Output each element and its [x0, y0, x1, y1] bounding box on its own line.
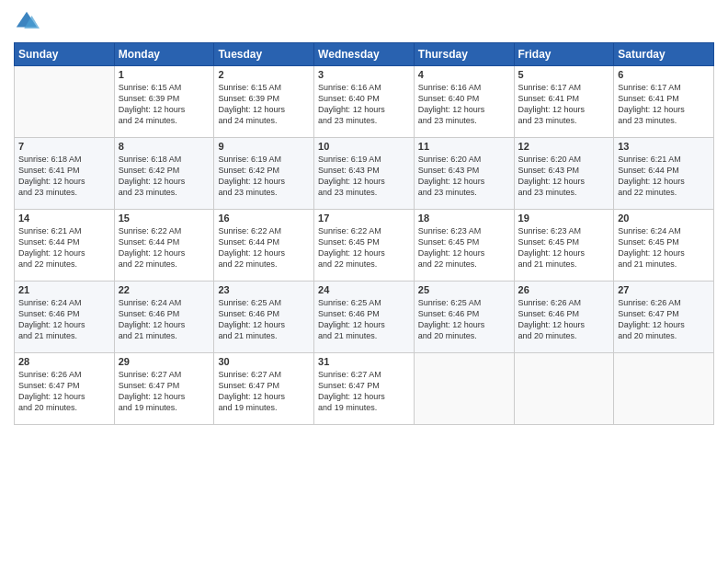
day-header-thursday: Thursday [414, 43, 514, 66]
cell-info: Sunrise: 6:17 AMSunset: 6:41 PMDaylight:… [518, 82, 610, 127]
calendar-header: SundayMondayTuesdayWednesdayThursdayFrid… [15, 43, 714, 66]
cell-info: Sunrise: 6:25 AMSunset: 6:46 PMDaylight:… [218, 297, 310, 342]
cell-info: Sunrise: 6:18 AMSunset: 6:41 PMDaylight:… [18, 154, 110, 199]
day-number: 17 [318, 213, 410, 224]
cell-info: Sunrise: 6:20 AMSunset: 6:43 PMDaylight:… [418, 154, 510, 199]
day-number: 9 [218, 141, 310, 152]
day-number: 5 [518, 69, 610, 80]
cell-info: Sunrise: 6:20 AMSunset: 6:43 PMDaylight:… [518, 154, 610, 199]
calendar-cell: 1Sunrise: 6:15 AMSunset: 6:39 PMDaylight… [114, 66, 214, 138]
day-header-saturday: Saturday [614, 43, 714, 66]
calendar-cell: 20Sunrise: 6:24 AMSunset: 6:45 PMDayligh… [614, 210, 714, 282]
calendar-cell: 29Sunrise: 6:27 AMSunset: 6:47 PMDayligh… [114, 353, 214, 425]
cell-info: Sunrise: 6:27 AMSunset: 6:47 PMDaylight:… [318, 369, 410, 414]
cell-info: Sunrise: 6:15 AMSunset: 6:39 PMDaylight:… [119, 82, 210, 127]
day-number: 27 [618, 284, 710, 295]
day-number: 21 [18, 284, 110, 295]
day-number: 12 [518, 141, 610, 152]
day-number: 19 [518, 213, 610, 224]
day-number: 25 [418, 284, 510, 295]
day-number: 4 [418, 69, 510, 80]
day-number: 10 [318, 141, 410, 152]
day-number: 3 [318, 69, 410, 80]
cell-info: Sunrise: 6:23 AMSunset: 6:45 PMDaylight:… [418, 225, 510, 270]
cell-info: Sunrise: 6:24 AMSunset: 6:45 PMDaylight:… [618, 225, 710, 270]
calendar-cell: 2Sunrise: 6:15 AMSunset: 6:39 PMDaylight… [214, 66, 314, 138]
week-row-1: 7Sunrise: 6:18 AMSunset: 6:41 PMDaylight… [15, 138, 714, 210]
day-number: 16 [218, 213, 310, 224]
calendar-cell [614, 353, 714, 425]
calendar-cell: 22Sunrise: 6:24 AMSunset: 6:46 PMDayligh… [114, 282, 214, 353]
cell-info: Sunrise: 6:24 AMSunset: 6:46 PMDaylight:… [119, 297, 210, 342]
calendar-table: SundayMondayTuesdayWednesdayThursdayFrid… [14, 42, 714, 425]
day-number: 13 [618, 141, 710, 152]
cell-info: Sunrise: 6:16 AMSunset: 6:40 PMDaylight:… [418, 82, 510, 127]
cell-info: Sunrise: 6:16 AMSunset: 6:40 PMDaylight:… [318, 82, 410, 127]
week-row-3: 21Sunrise: 6:24 AMSunset: 6:46 PMDayligh… [15, 282, 714, 353]
cell-info: Sunrise: 6:15 AMSunset: 6:39 PMDaylight:… [218, 82, 310, 127]
cell-info: Sunrise: 6:19 AMSunset: 6:42 PMDaylight:… [218, 154, 310, 199]
calendar-body: 1Sunrise: 6:15 AMSunset: 6:39 PMDaylight… [15, 66, 714, 425]
cell-info: Sunrise: 6:18 AMSunset: 6:42 PMDaylight:… [119, 154, 210, 199]
week-row-0: 1Sunrise: 6:15 AMSunset: 6:39 PMDaylight… [15, 66, 714, 138]
calendar-cell: 13Sunrise: 6:21 AMSunset: 6:44 PMDayligh… [614, 138, 714, 210]
calendar-cell: 7Sunrise: 6:18 AMSunset: 6:41 PMDaylight… [15, 138, 115, 210]
calendar-cell: 17Sunrise: 6:22 AMSunset: 6:45 PMDayligh… [314, 210, 415, 282]
cell-info: Sunrise: 6:24 AMSunset: 6:46 PMDaylight:… [18, 297, 110, 342]
calendar-cell: 28Sunrise: 6:26 AMSunset: 6:47 PMDayligh… [15, 353, 115, 425]
cell-info: Sunrise: 6:23 AMSunset: 6:45 PMDaylight:… [518, 225, 610, 270]
cell-info: Sunrise: 6:21 AMSunset: 6:44 PMDaylight:… [618, 154, 710, 199]
logo [14, 9, 43, 35]
calendar-cell: 6Sunrise: 6:17 AMSunset: 6:41 PMDaylight… [614, 66, 714, 138]
day-number: 28 [18, 356, 110, 367]
cell-info: Sunrise: 6:25 AMSunset: 6:46 PMDaylight:… [418, 297, 510, 342]
page: SundayMondayTuesdayWednesdayThursdayFrid… [0, 0, 728, 563]
day-header-tuesday: Tuesday [214, 43, 314, 66]
calendar-cell: 31Sunrise: 6:27 AMSunset: 6:47 PMDayligh… [314, 353, 415, 425]
calendar-cell: 3Sunrise: 6:16 AMSunset: 6:40 PMDaylight… [314, 66, 415, 138]
cell-info: Sunrise: 6:26 AMSunset: 6:46 PMDaylight:… [518, 297, 610, 342]
day-number: 20 [618, 213, 710, 224]
calendar-cell: 11Sunrise: 6:20 AMSunset: 6:43 PMDayligh… [414, 138, 514, 210]
cell-info: Sunrise: 6:27 AMSunset: 6:47 PMDaylight:… [119, 369, 210, 414]
calendar-cell: 23Sunrise: 6:25 AMSunset: 6:46 PMDayligh… [214, 282, 314, 353]
header [14, 9, 714, 35]
day-number: 15 [119, 213, 210, 224]
cell-info: Sunrise: 6:22 AMSunset: 6:44 PMDaylight:… [218, 225, 310, 270]
day-header-sunday: Sunday [15, 43, 115, 66]
calendar-cell: 26Sunrise: 6:26 AMSunset: 6:46 PMDayligh… [514, 282, 614, 353]
day-number: 23 [218, 284, 310, 295]
calendar-cell: 9Sunrise: 6:19 AMSunset: 6:42 PMDaylight… [214, 138, 314, 210]
header-row: SundayMondayTuesdayWednesdayThursdayFrid… [15, 43, 714, 66]
calendar-cell: 18Sunrise: 6:23 AMSunset: 6:45 PMDayligh… [414, 210, 514, 282]
day-number: 30 [218, 356, 310, 367]
cell-info: Sunrise: 6:25 AMSunset: 6:46 PMDaylight:… [318, 297, 410, 342]
calendar-cell: 25Sunrise: 6:25 AMSunset: 6:46 PMDayligh… [414, 282, 514, 353]
calendar-cell: 19Sunrise: 6:23 AMSunset: 6:45 PMDayligh… [514, 210, 614, 282]
calendar-cell: 5Sunrise: 6:17 AMSunset: 6:41 PMDaylight… [514, 66, 614, 138]
cell-info: Sunrise: 6:17 AMSunset: 6:41 PMDaylight:… [618, 82, 710, 127]
calendar-cell [414, 353, 514, 425]
calendar-cell: 15Sunrise: 6:22 AMSunset: 6:44 PMDayligh… [114, 210, 214, 282]
calendar-cell: 21Sunrise: 6:24 AMSunset: 6:46 PMDayligh… [15, 282, 115, 353]
day-number: 8 [119, 141, 210, 152]
day-number: 24 [318, 284, 410, 295]
day-header-friday: Friday [514, 43, 614, 66]
day-number: 1 [119, 69, 210, 80]
day-number: 14 [18, 213, 110, 224]
calendar-cell: 10Sunrise: 6:19 AMSunset: 6:43 PMDayligh… [314, 138, 415, 210]
day-number: 6 [618, 69, 710, 80]
cell-info: Sunrise: 6:21 AMSunset: 6:44 PMDaylight:… [18, 225, 110, 270]
calendar-cell: 8Sunrise: 6:18 AMSunset: 6:42 PMDaylight… [114, 138, 214, 210]
calendar-cell: 12Sunrise: 6:20 AMSunset: 6:43 PMDayligh… [514, 138, 614, 210]
cell-info: Sunrise: 6:26 AMSunset: 6:47 PMDaylight:… [618, 297, 710, 342]
week-row-2: 14Sunrise: 6:21 AMSunset: 6:44 PMDayligh… [15, 210, 714, 282]
cell-info: Sunrise: 6:26 AMSunset: 6:47 PMDaylight:… [18, 369, 110, 414]
day-number: 22 [119, 284, 210, 295]
day-header-wednesday: Wednesday [314, 43, 415, 66]
calendar-cell: 30Sunrise: 6:27 AMSunset: 6:47 PMDayligh… [214, 353, 314, 425]
cell-info: Sunrise: 6:27 AMSunset: 6:47 PMDaylight:… [218, 369, 310, 414]
cell-info: Sunrise: 6:19 AMSunset: 6:43 PMDaylight:… [318, 154, 410, 199]
calendar-cell: 4Sunrise: 6:16 AMSunset: 6:40 PMDaylight… [414, 66, 514, 138]
calendar-cell: 14Sunrise: 6:21 AMSunset: 6:44 PMDayligh… [15, 210, 115, 282]
